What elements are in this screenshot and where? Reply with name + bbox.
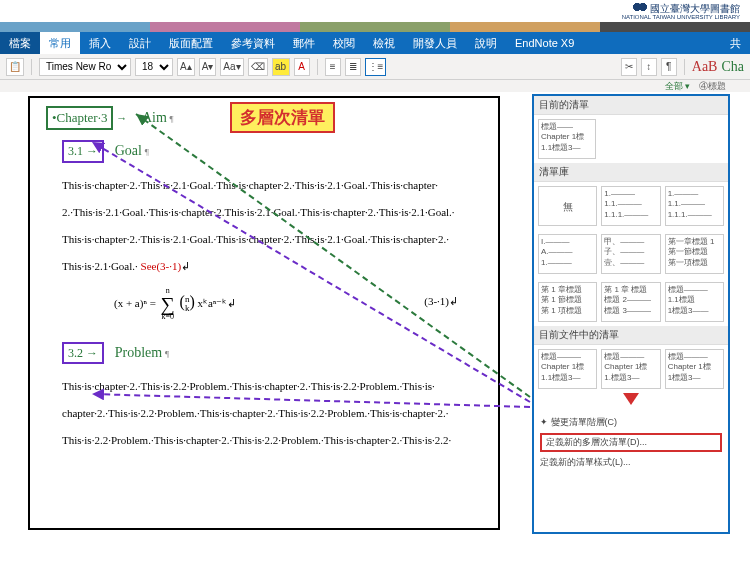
quan-label[interactable]: 全部 ▾ — [665, 81, 691, 91]
tab-review[interactable]: 校閱 — [324, 32, 364, 54]
ribbon-tabs: 檔案 常用 插入 設計 版面配置 參考資料 郵件 校閱 檢視 開發人員 說明 E… — [0, 32, 750, 54]
showmarks-icon[interactable]: ¶ — [661, 58, 677, 76]
decorative-stripe — [0, 22, 750, 32]
highlight-icon[interactable]: ab — [272, 58, 290, 76]
biaoti-label: ④標題 — [699, 81, 726, 91]
list-library-item[interactable]: 第 1 章標題 第 1 節標題 第 1 項標題 — [538, 282, 597, 322]
body-para-5: This·is·chapter·2.·This·is·2.2·Problem.·… — [62, 378, 480, 395]
section-document-lists: 目前文件中的清單 — [534, 326, 728, 345]
multilevel-list-icon[interactable]: ⋮≡ — [365, 58, 387, 76]
section-current-list: 目前的清單 — [534, 96, 728, 115]
numbering-icon[interactable]: ≣ — [345, 58, 361, 76]
see-reference: See(3-·1) — [141, 260, 182, 272]
section-3-2-title: Problem — [115, 345, 162, 360]
share-button[interactable]: 共 — [721, 32, 750, 54]
tab-file[interactable]: 檔案 — [0, 32, 40, 54]
multilevel-list-callout: 多層次清單 — [230, 102, 335, 133]
tab-mailings[interactable]: 郵件 — [284, 32, 324, 54]
list-library-item[interactable]: I.——— A.——— 1.——— — [538, 234, 597, 274]
list-library-item[interactable]: 1.——— 1.1.——— 1.1.1.——— — [665, 186, 724, 226]
chapter-3-title: Aim — [142, 110, 167, 125]
font-name-select[interactable]: Times New Ro — [39, 58, 131, 76]
equation-block: (x + a)ⁿ = n ∑ k=0 (nk) xᵏaⁿ⁻ᵏ↲ (3-·1)↲ — [62, 279, 480, 324]
tab-layout[interactable]: 版面配置 — [160, 32, 222, 54]
sort-icon[interactable]: ↕ — [641, 58, 657, 76]
style-normal[interactable]: AaB — [692, 59, 718, 75]
library-name-en: NATIONAL TAIWAN UNIVERSITY LIBRARY — [10, 14, 740, 20]
body-para-6: chapter·2.·This·is·2.2·Problem.·This·is·… — [62, 405, 480, 422]
paste-icon[interactable]: 📋 — [6, 58, 24, 76]
bullets-icon[interactable]: ≡ — [325, 58, 341, 76]
ribbon-toolbar: 📋 Times New Ro 18 A▴ A▾ Aa▾ ⌫ ab A ≡ ≣ ⋮… — [0, 54, 750, 80]
change-list-level[interactable]: ✦ 變更清單階層(C) — [540, 416, 722, 429]
section-3-2-number: 3.2 → — [62, 342, 104, 365]
font-color-icon[interactable]: A — [294, 58, 310, 76]
change-case-icon[interactable]: Aa▾ — [220, 58, 243, 76]
body-para-1: This·is·chapter·2.·This·is·2.1·Goal.·Thi… — [62, 177, 480, 194]
define-new-list-style[interactable]: 定義新的清單樣式(L)... — [540, 456, 722, 469]
list-library-item[interactable]: 1.——— 1.1.——— 1.1.1.——— — [601, 186, 660, 226]
body-para-3: This·is·chapter·2.·This·is·2.1·Goal.·Thi… — [62, 231, 480, 248]
body-para-2: 2.·This·is·2.1·Goal.·This·is·chapter·2.T… — [62, 204, 480, 221]
list-library-item[interactable]: 第一章標題 1 第一節標題 第一項標題 — [665, 234, 724, 274]
tab-developer[interactable]: 開發人員 — [404, 32, 466, 54]
doc-list-item[interactable]: 標題——— Chapter 1標 1標題3— — [665, 349, 724, 389]
shrink-font-icon[interactable]: A▾ — [199, 58, 217, 76]
tab-insert[interactable]: 插入 — [80, 32, 120, 54]
document-page: •Chapter·3 → Aim 3.1 → Goal This·is·chap… — [28, 96, 500, 530]
list-library-none[interactable]: 無 — [538, 186, 597, 226]
body-para-7: This·is·2.2·Problem.·This·is·chapter·2.·… — [62, 432, 480, 449]
clear-format-icon[interactable]: ⌫ — [248, 58, 268, 76]
doc-list-item[interactable]: 標題——— Chapter 1標 1.標題3— — [601, 349, 660, 389]
ribbon-subrow: 全部 ▾ ④標題 — [0, 80, 750, 92]
grow-font-icon[interactable]: A▴ — [177, 58, 195, 76]
body-para-4: This·is·2.1·Goal.· — [62, 260, 138, 272]
tab-view[interactable]: 檢視 — [364, 32, 404, 54]
list-library-item[interactable]: 甲、——— 子、——— 壹、——— — [601, 234, 660, 274]
tab-home[interactable]: 常用 — [40, 32, 80, 54]
equation-number: (3-·1)↲ — [424, 293, 458, 310]
current-list-preview[interactable]: 標題—— Chapter 1標 1.1標題3— — [538, 119, 596, 159]
library-header: 國立臺灣大學圖書館 NATIONAL TAIWAN UNIVERSITY LIB… — [0, 0, 750, 22]
list-library-item[interactable]: 標題——— 1.1標題 1標題3—— — [665, 282, 724, 322]
doc-list-item[interactable]: 標題——— Chapter 1標 1.1標題3— — [538, 349, 597, 389]
chapter-3-heading: •Chapter·3 — [46, 106, 113, 130]
style-heading[interactable]: Cha — [721, 59, 744, 75]
multilevel-list-panel: 目前的清單 標題—— Chapter 1標 1.1標題3— 清單庫 無 1.——… — [532, 94, 730, 534]
section-3-1-number: 3.1 → — [62, 140, 104, 163]
tab-design[interactable]: 設計 — [120, 32, 160, 54]
define-new-multilevel-list[interactable]: 定義新的多層次清單(D)... — [540, 433, 722, 452]
tab-endnote[interactable]: EndNote X9 — [506, 32, 583, 54]
tab-help[interactable]: 說明 — [466, 32, 506, 54]
list-library-item[interactable]: 第 1 章 標題 標題 2——— 標題 3——— — [601, 282, 660, 322]
find-icon[interactable]: ✂ — [621, 58, 637, 76]
tab-references[interactable]: 參考資料 — [222, 32, 284, 54]
section-list-library: 清單庫 — [534, 163, 728, 182]
library-name-zh: 國立臺灣大學圖書館 — [650, 3, 740, 14]
section-3-1-title: Goal — [115, 143, 142, 158]
red-arrow-icon — [623, 393, 639, 413]
font-size-select[interactable]: 18 — [135, 58, 173, 76]
